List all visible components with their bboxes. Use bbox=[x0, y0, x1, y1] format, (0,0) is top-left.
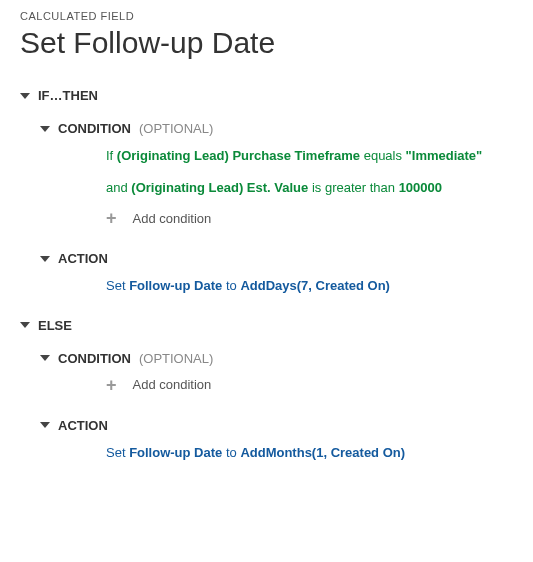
caret-down-icon bbox=[40, 126, 50, 132]
if-then-label: IF…THEN bbox=[38, 88, 98, 103]
if-condition-section: CONDITION (OPTIONAL) If (Originating Lea… bbox=[40, 117, 513, 237]
if-then-section: IF…THEN CONDITION (OPTIONAL) If (Origina… bbox=[20, 84, 513, 302]
action-field: Follow-up Date bbox=[129, 445, 222, 460]
condition-prefix: and bbox=[106, 180, 131, 195]
else-section: ELSE CONDITION (OPTIONAL) + Add conditio… bbox=[20, 314, 513, 469]
add-condition-label: Add condition bbox=[133, 211, 212, 226]
condition-op: equals bbox=[360, 148, 406, 163]
action-label: ACTION bbox=[58, 418, 108, 433]
condition-value: 100000 bbox=[399, 180, 442, 195]
else-action-header[interactable]: ACTION bbox=[40, 414, 513, 437]
condition-label: CONDITION bbox=[58, 351, 131, 366]
add-condition-label: Add condition bbox=[133, 377, 212, 392]
action-set: Set bbox=[106, 445, 129, 460]
condition-row-1[interactable]: If (Originating Lead) Purchase Timeframe… bbox=[98, 140, 513, 172]
condition-row-2[interactable]: and (Originating Lead) Est. Value is gre… bbox=[98, 172, 513, 204]
if-action-section: ACTION Set Follow-up Date to AddDays(7, … bbox=[40, 247, 513, 302]
action-label: ACTION bbox=[58, 251, 108, 266]
plus-icon: + bbox=[106, 209, 117, 227]
if-then-header[interactable]: IF…THEN bbox=[20, 84, 513, 107]
action-to: to bbox=[222, 445, 240, 460]
optional-label: (OPTIONAL) bbox=[139, 121, 213, 136]
caret-down-icon bbox=[40, 422, 50, 428]
caret-down-icon bbox=[20, 93, 30, 99]
caret-down-icon bbox=[40, 355, 50, 361]
page-title: Set Follow-up Date bbox=[20, 26, 513, 60]
caret-down-icon bbox=[20, 322, 30, 328]
if-action-header[interactable]: ACTION bbox=[40, 247, 513, 270]
action-row[interactable]: Set Follow-up Date to AddDays(7, Created… bbox=[98, 270, 513, 302]
optional-label: (OPTIONAL) bbox=[139, 351, 213, 366]
action-to: to bbox=[222, 278, 240, 293]
add-condition-button[interactable]: + Add condition bbox=[98, 370, 513, 404]
condition-value: "Immediate" bbox=[406, 148, 483, 163]
condition-label: CONDITION bbox=[58, 121, 131, 136]
caret-down-icon bbox=[40, 256, 50, 262]
plus-icon: + bbox=[106, 376, 117, 394]
action-field: Follow-up Date bbox=[129, 278, 222, 293]
else-action-section: ACTION Set Follow-up Date to AddMonths(1… bbox=[40, 414, 513, 469]
condition-prefix: If bbox=[106, 148, 117, 163]
if-condition-header[interactable]: CONDITION (OPTIONAL) bbox=[40, 117, 513, 140]
else-condition-header[interactable]: CONDITION (OPTIONAL) bbox=[40, 347, 513, 370]
condition-op: is greater than bbox=[308, 180, 398, 195]
action-row[interactable]: Set Follow-up Date to AddMonths(1, Creat… bbox=[98, 437, 513, 469]
add-condition-button[interactable]: + Add condition bbox=[98, 203, 513, 237]
action-set: Set bbox=[106, 278, 129, 293]
condition-field: (Originating Lead) Est. Value bbox=[131, 180, 308, 195]
else-header[interactable]: ELSE bbox=[20, 314, 513, 337]
action-func: AddDays(7, Created On) bbox=[240, 278, 390, 293]
condition-field: (Originating Lead) Purchase Timeframe bbox=[117, 148, 360, 163]
else-label: ELSE bbox=[38, 318, 72, 333]
eyebrow-label: CALCULATED FIELD bbox=[20, 10, 513, 22]
action-func: AddMonths(1, Created On) bbox=[240, 445, 405, 460]
else-condition-section: CONDITION (OPTIONAL) + Add condition bbox=[40, 347, 513, 404]
